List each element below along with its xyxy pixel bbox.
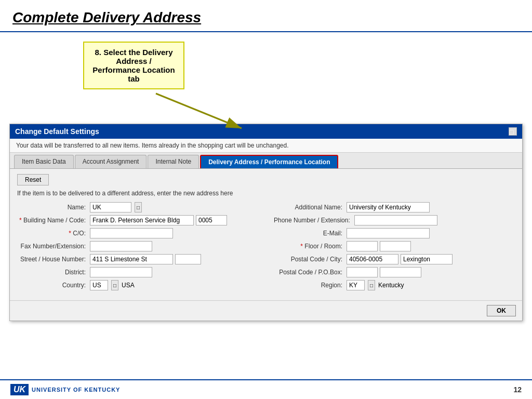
tabs-row: Item Basic Data Account Assignment Inter… xyxy=(10,153,522,169)
region-lookup-btn[interactable]: □ xyxy=(368,280,375,290)
district-row: District: xyxy=(17,267,258,277)
page-title: Complete Delivery Address xyxy=(12,9,520,26)
name-field-group: □ xyxy=(90,202,142,212)
country-code-input[interactable] xyxy=(90,280,108,290)
callout-box: 8. Select the Delivery Address / Perform… xyxy=(83,42,184,89)
email-row: E-Mail: xyxy=(274,228,515,238)
building-field-group xyxy=(90,215,227,225)
country-lookup-btn[interactable]: □ xyxy=(111,280,118,290)
uk-logo: UK xyxy=(10,384,29,395)
fax-row: Fax Number/Extension: xyxy=(17,241,258,251)
callout-arrow xyxy=(104,91,249,138)
pobox-input[interactable] xyxy=(380,267,421,277)
dialog-titlebar: Change Default Settings □ xyxy=(10,124,522,139)
postal-code-input[interactable] xyxy=(347,254,398,264)
region-label: Region: xyxy=(274,282,347,289)
form-grid: Name: □ Building Name / Code: xyxy=(17,202,515,293)
pobox-row: Postal Code / P.O.Box: xyxy=(274,267,515,277)
ok-button[interactable]: OK xyxy=(487,305,516,316)
country-name: USA xyxy=(122,282,135,289)
region-name: Kentucky xyxy=(378,282,404,289)
footer-logo: UK UNIVERSITY OF KENTUCKY xyxy=(10,384,120,395)
form-left: Name: □ Building Name / Code: xyxy=(17,202,258,293)
additional-name-label: Additional Name: xyxy=(274,204,347,211)
dialog-subtitle: Your data will be transferred to all new… xyxy=(10,139,522,153)
building-row: Building Name / Code: xyxy=(17,215,258,225)
postal-city-label: Postal Code / City: xyxy=(274,256,347,263)
name-input[interactable] xyxy=(90,202,131,212)
country-field-group: □ USA xyxy=(90,280,135,290)
svg-line-1 xyxy=(156,94,242,128)
dialog-footer: OK xyxy=(10,300,522,321)
street-label: Street / House Number: xyxy=(17,256,90,263)
footer-university: UNIVERSITY OF KENTUCKY xyxy=(32,387,120,393)
additional-name-row: Additional Name: xyxy=(274,202,515,212)
country-row: Country: □ USA xyxy=(17,280,258,290)
floor-input1[interactable] xyxy=(347,241,378,251)
dialog-maximize-icon[interactable]: □ xyxy=(509,127,517,136)
name-label: Name: xyxy=(17,204,90,211)
district-label: District: xyxy=(17,269,90,276)
email-input[interactable] xyxy=(347,228,430,238)
postal-city-row: Postal Code / City: xyxy=(274,254,515,264)
fax-label: Fax Number/Extension: xyxy=(17,243,90,250)
street-row: Street / House Number: xyxy=(17,254,258,264)
building-code-input[interactable] xyxy=(196,215,227,225)
co-row: C/O: xyxy=(17,228,258,238)
tab-item-basic-data[interactable]: Item Basic Data xyxy=(14,155,74,168)
region-row: Region: □ Kentucky xyxy=(274,280,515,290)
phone-row: Phone Number / Extension: xyxy=(274,215,515,225)
postal-city-field-group xyxy=(347,254,453,264)
pobox-code-input[interactable] xyxy=(347,267,378,277)
phone-label: Phone Number / Extension: xyxy=(274,217,354,224)
region-code-input[interactable] xyxy=(347,280,365,290)
phone-input[interactable] xyxy=(354,215,437,225)
tab-account-assignment[interactable]: Account Assignment xyxy=(75,155,147,168)
form-right: Additional Name: Phone Number / Extensio… xyxy=(274,202,515,293)
tab-delivery-address[interactable]: Delivery Address / Performance Location xyxy=(200,155,338,168)
floor-input2[interactable] xyxy=(380,241,411,251)
co-input[interactable] xyxy=(90,228,173,238)
region-field-group: □ Kentucky xyxy=(347,280,404,290)
country-label: Country: xyxy=(17,282,90,289)
name-row: Name: □ xyxy=(17,202,258,212)
callout-text: 8. Select the Delivery Address / Perform… xyxy=(92,48,175,83)
building-label: Building Name / Code: xyxy=(17,217,90,224)
info-text: If the item is to be delivered to a diff… xyxy=(17,190,515,197)
reset-button[interactable]: Reset xyxy=(17,174,49,185)
pobox-field-group xyxy=(347,267,421,277)
street-extra-input[interactable] xyxy=(175,254,201,264)
floor-row: Floor / Room: xyxy=(274,241,515,251)
fax-input[interactable] xyxy=(90,241,152,251)
street-field-group xyxy=(90,254,201,264)
page-number: 12 xyxy=(513,385,522,394)
page-header: Complete Delivery Address xyxy=(0,0,532,32)
floor-label: Floor / Room: xyxy=(274,243,347,250)
name-copy-btn[interactable]: □ xyxy=(135,202,142,212)
dialog-body: Reset If the item is to be delivered to … xyxy=(10,169,522,300)
dialog: Change Default Settings □ Your data will… xyxy=(9,124,523,321)
pobox-label: Postal Code / P.O.Box: xyxy=(274,269,347,276)
co-label: C/O: xyxy=(17,230,90,237)
dialog-title: Change Default Settings xyxy=(15,127,99,136)
building-input[interactable] xyxy=(90,215,194,225)
additional-name-input[interactable] xyxy=(347,202,430,212)
district-input[interactable] xyxy=(90,267,152,277)
city-input[interactable] xyxy=(401,254,453,264)
street-input[interactable] xyxy=(90,254,173,264)
floor-field-group xyxy=(347,241,411,251)
tab-internal-note[interactable]: Internal Note xyxy=(148,155,199,168)
page-footer: UK UNIVERSITY OF KENTUCKY 12 xyxy=(0,379,532,399)
email-label: E-Mail: xyxy=(274,230,347,237)
